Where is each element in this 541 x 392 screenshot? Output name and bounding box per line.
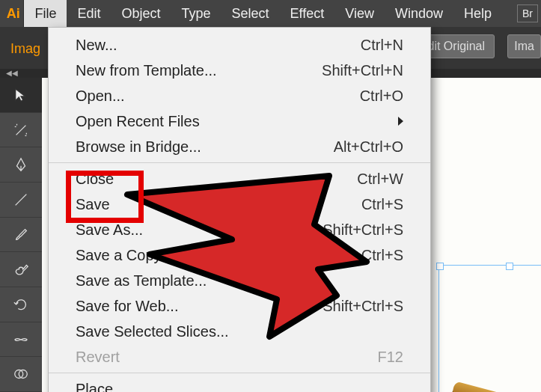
- line-tool[interactable]: [0, 183, 42, 218]
- blob-brush-tool[interactable]: [0, 252, 42, 287]
- menu-view[interactable]: View: [334, 0, 385, 27]
- selection-handle[interactable]: [506, 263, 513, 270]
- menu-effect[interactable]: Effect: [280, 0, 335, 27]
- pen-tool[interactable]: [0, 147, 42, 183]
- selection-box[interactable]: [438, 265, 541, 392]
- brush-tool[interactable]: [0, 218, 42, 253]
- menu-label: New from Template...: [76, 62, 217, 79]
- menu-shortcut: Shift+Ctrl+N: [322, 62, 403, 79]
- chevron-right-icon: [398, 117, 403, 126]
- menu-save-selected-slices[interactable]: Save Selected Slices...: [49, 319, 430, 344]
- menu-separator: [49, 162, 430, 163]
- menu-shortcut: Ctrl+N: [361, 37, 403, 54]
- menu-label: Save As...: [76, 221, 143, 239]
- menu-browse-in-bridge[interactable]: Browse in Bridge... Alt+Ctrl+O: [49, 134, 430, 159]
- menu-select[interactable]: Select: [221, 0, 280, 27]
- menubar: Ai File Edit Object Type Select Effect V…: [0, 0, 541, 27]
- document-tab[interactable]: Imag: [10, 40, 40, 57]
- menu-label: Save: [76, 196, 110, 213]
- menu-label: Place...: [76, 381, 126, 393]
- menu-label: Open...: [76, 88, 125, 105]
- menu-label: Revert: [76, 349, 120, 366]
- menu-new-from-template[interactable]: New from Template... Shift+Ctrl+N: [49, 58, 430, 83]
- menu-close[interactable]: Close Ctrl+W: [49, 166, 430, 192]
- menu-label: Save Selected Slices...: [76, 323, 229, 340]
- shape-builder-tool[interactable]: [0, 357, 42, 392]
- menu-place[interactable]: Place...: [49, 376, 430, 392]
- menu-window[interactable]: Window: [385, 0, 453, 27]
- cursor-icon: [13, 87, 29, 103]
- menu-label: Save for Web...: [76, 298, 178, 315]
- shape-builder-icon: [13, 366, 29, 382]
- menu-type[interactable]: Type: [171, 0, 221, 27]
- bridge-button[interactable]: Br: [517, 4, 538, 22]
- menu-file[interactable]: File: [24, 0, 67, 27]
- menu-shortcut: Alt+Ctrl+O: [334, 138, 403, 156]
- pen-icon: [13, 156, 29, 173]
- menu-label: Browse in Bridge...: [76, 138, 201, 156]
- menu-object[interactable]: Object: [111, 0, 171, 27]
- menu-save-a-copy[interactable]: Save a Copy... Alt+Ctrl+S: [49, 242, 430, 268]
- rotate-icon: [13, 296, 29, 313]
- rotate-tool[interactable]: [0, 287, 42, 322]
- line-icon: [13, 192, 29, 208]
- menu-save-as-template[interactable]: Save as Template...: [49, 268, 430, 293]
- app-icon: Ai: [3, 0, 24, 27]
- menu-shortcut: Ctrl+W: [357, 171, 403, 188]
- menu-save-as[interactable]: Save As... Shift+Ctrl+S: [49, 217, 430, 242]
- menu-shortcut: Ctrl+O: [360, 88, 403, 105]
- width-tool[interactable]: [0, 322, 42, 358]
- brush-icon: [13, 227, 29, 243]
- menu-label: Save a Copy...: [76, 247, 173, 264]
- menu-new[interactable]: New... Ctrl+N: [49, 32, 430, 58]
- menu-label: Save as Template...: [76, 272, 207, 290]
- selection-handle[interactable]: [436, 263, 444, 270]
- toolbox: [0, 78, 42, 392]
- wand-icon: [13, 122, 29, 138]
- menu-label: New...: [76, 37, 117, 54]
- blob-icon: [13, 261, 29, 278]
- file-dropdown: New... Ctrl+N New from Template... Shift…: [48, 27, 431, 392]
- menu-open-recent[interactable]: Open Recent Files: [49, 108, 430, 134]
- menu-save[interactable]: Save Ctrl+S: [49, 192, 430, 217]
- menu-label: Open Recent Files: [76, 113, 200, 130]
- menu-save-for-web[interactable]: Save for Web... Alt+Shift+Ctrl+S: [49, 293, 430, 319]
- magic-wand-tool[interactable]: [0, 113, 42, 148]
- menu-shortcut: Shift+Ctrl+S: [323, 221, 403, 239]
- menu-label: Close: [76, 171, 114, 188]
- menu-shortcut: Alt+Ctrl+S: [335, 247, 403, 264]
- menu-revert: Revert F12: [49, 344, 430, 370]
- menu-open[interactable]: Open... Ctrl+O: [49, 83, 430, 108]
- selection-tool[interactable]: [0, 78, 42, 113]
- ima-button[interactable]: Ima: [507, 34, 541, 58]
- menu-edit[interactable]: Edit: [67, 0, 111, 27]
- width-icon: [13, 331, 29, 348]
- menu-separator: [49, 373, 430, 373]
- menu-help[interactable]: Help: [453, 0, 502, 27]
- menu-shortcut: F12: [378, 349, 403, 366]
- menu-shortcut: Alt+Shift+Ctrl+S: [296, 298, 403, 315]
- menu-shortcut: Ctrl+S: [361, 196, 403, 213]
